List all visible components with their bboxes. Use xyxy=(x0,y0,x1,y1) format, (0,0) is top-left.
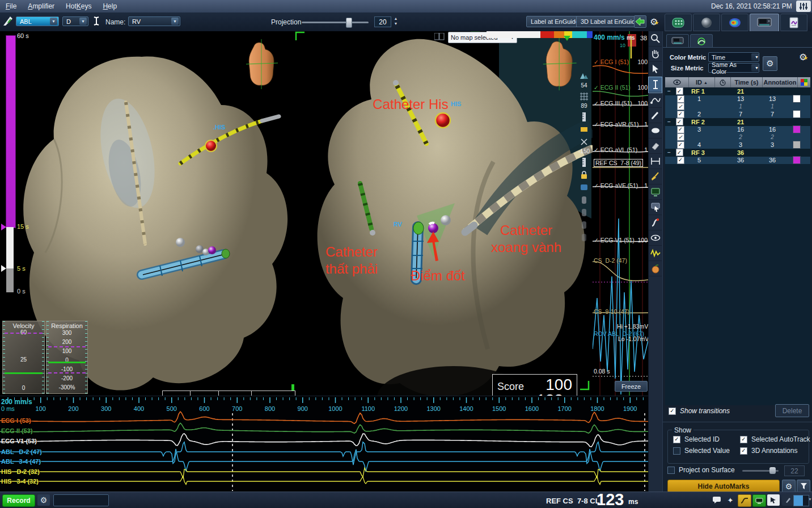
comment-icon[interactable] xyxy=(710,494,723,506)
lock-icon[interactable] xyxy=(578,169,590,181)
table-row[interactable]: ✓11 xyxy=(665,103,810,111)
ecg-trace-label[interactable]: ECG II (53) xyxy=(1,427,33,434)
span-icon[interactable] xyxy=(649,154,662,169)
panel-gear-star-icon[interactable]: ⚙★ xyxy=(799,52,807,62)
monitor-icon[interactable] xyxy=(649,184,662,200)
gear-star-icon[interactable]: ⚙★ xyxy=(650,16,658,27)
ruler-icon[interactable] xyxy=(578,156,590,169)
sliders-icon[interactable] xyxy=(796,1,811,12)
table-row[interactable]: ✓277 xyxy=(665,111,810,119)
ecg-trace-label[interactable]: HIS D-2 (32) xyxy=(1,468,40,475)
status-gear-icon[interactable]: ⚙ xyxy=(37,494,50,506)
torso-icon[interactable] xyxy=(578,206,590,219)
menu-item-amplifier[interactable]: Amplifier xyxy=(22,0,60,10)
map-viewport[interactable]: Catheter His Catheterthất phải Điểm đốt … xyxy=(0,31,648,396)
torso-icon[interactable] xyxy=(578,194,590,206)
ecg-trace-label[interactable]: ABL D-2 (47) xyxy=(1,448,42,455)
show-transitions-row[interactable]: ✓ Show transitions xyxy=(669,407,730,415)
curve-icon[interactable] xyxy=(649,93,662,108)
menu-item-file[interactable]: File xyxy=(0,0,22,10)
view-icon[interactable] xyxy=(578,181,590,194)
colorbar-marker-green[interactable] xyxy=(564,36,570,41)
ibeam-icon[interactable] xyxy=(649,77,662,93)
3d-label-at-enguide-button[interactable]: 3D Label at EnGuide xyxy=(576,16,643,27)
hand-icon[interactable] xyxy=(649,47,662,62)
waveform-icon[interactable] xyxy=(649,246,662,261)
selected-id-checkbox-row[interactable]: ✓Selected ID xyxy=(673,435,720,443)
pointer-icon[interactable] xyxy=(767,494,780,506)
realtime-ecg-strip[interactable]: 400 mm/s ms 38 10 ✓ ECG I (51)100✓ ECG I… xyxy=(593,31,648,396)
rt-trace-label[interactable]: ✓ ECG II (51) xyxy=(594,84,631,91)
monitor-tab[interactable] xyxy=(750,14,779,31)
cursor-icon[interactable] xyxy=(649,62,662,77)
rt-trace-label[interactable]: ✓ ECG aVF (51) xyxy=(594,182,638,189)
review-ecg-panel[interactable]: 1002003004005006007008009001000110012001… xyxy=(0,396,648,492)
name-select[interactable]: RV▼ xyxy=(128,16,180,26)
catheter-curve-icon[interactable] xyxy=(649,215,662,230)
torso-icon[interactable] xyxy=(578,219,590,231)
electrode-select[interactable]: D▼ xyxy=(62,16,88,26)
ecg-trace-label[interactable]: ECG I (53) xyxy=(1,417,31,424)
eye-icon[interactable] xyxy=(649,230,662,246)
ecg-trace-label[interactable]: ECG V1 (53) xyxy=(1,438,37,444)
menu-item-help[interactable]: Help xyxy=(97,0,122,10)
rt-trace-label[interactable]: ✓ ECG V1 (51) xyxy=(594,237,635,243)
color-map-tab[interactable] xyxy=(721,14,748,31)
ibeam-icon[interactable] xyxy=(92,16,100,28)
ellipse-icon[interactable] xyxy=(649,123,662,138)
table-row[interactable]: −✓RF 336 xyxy=(665,149,810,157)
table-row[interactable]: ✓11313 xyxy=(665,95,810,103)
size-metric-select[interactable]: Same As Color▼ xyxy=(708,63,759,73)
crosshair-icon[interactable]: ✦ xyxy=(724,494,737,506)
projection-slider-thumb[interactable] xyxy=(346,18,352,28)
catheter-green-tab[interactable] xyxy=(665,14,692,31)
automark-table-header[interactable]: ID▲ Time (s) Annotation xyxy=(665,77,810,87)
record-button[interactable]: Record xyxy=(2,494,35,507)
table-row[interactable]: ✓53636 xyxy=(665,157,810,165)
project-slider-thumb[interactable] xyxy=(769,467,776,474)
projection-slider-track[interactable] xyxy=(302,22,369,23)
projection-stepper[interactable]: ▲▼ xyxy=(392,16,399,27)
filter-button[interactable] xyxy=(797,480,810,493)
chevron-down-icon[interactable]: ▼ xyxy=(808,497,812,501)
status-progress-field[interactable] xyxy=(53,494,109,506)
ecg-trace-label[interactable]: HIS 3-4 (32) xyxy=(1,478,39,485)
peach-icon[interactable] xyxy=(649,261,662,276)
rt-trace-label[interactable]: ✓ ECG III (51) xyxy=(594,100,632,107)
mountain-icon[interactable] xyxy=(578,70,590,82)
show-transitions-checkbox[interactable]: ✓ xyxy=(669,408,676,415)
table-row[interactable]: −✓RF 121 xyxy=(665,87,810,95)
color-metric-select[interactable]: Time▼ xyxy=(708,52,759,62)
stylus-icon[interactable] xyxy=(782,494,794,506)
catheter-select[interactable]: ABL▼ xyxy=(16,16,59,26)
rt-trace-label[interactable]: CS 9-10 (47) xyxy=(594,308,629,315)
delete-button[interactable]: Delete xyxy=(775,404,809,417)
grid-icon[interactable] xyxy=(578,90,590,103)
rt-trace-label[interactable]: ✓ ECG aVR (51) xyxy=(594,121,638,128)
sphere-tab[interactable] xyxy=(693,14,720,31)
automark-table[interactable]: −✓RF 121✓11313✓11✓277−✓RF 221✓31616✓22✓4… xyxy=(665,87,810,405)
rt-trace-label[interactable]: CS D-2 (47) xyxy=(594,257,627,264)
time-color-scale[interactable] xyxy=(6,35,15,292)
tag-icon[interactable] xyxy=(578,123,590,136)
eraser-icon[interactable] xyxy=(649,138,662,154)
rt-trace-label[interactable]: ✓ ECG aVL (51) xyxy=(594,146,637,153)
hide-automarks-button[interactable]: Hide AutoMarks xyxy=(667,480,780,493)
monitor-pointer-icon[interactable] xyxy=(649,200,662,215)
selected-autotrack-checkbox-row[interactable]: ✓Selected AutoTrack xyxy=(740,435,810,443)
rt-trace-label[interactable]: REF CS 7-8 (49) xyxy=(594,159,643,167)
selected-value-checkbox-row[interactable]: Selected Value xyxy=(673,447,730,455)
menu-item-hotkeys[interactable]: HotKeys xyxy=(60,0,97,10)
3d-annotations-checkbox-row[interactable]: ✓3D Annotations xyxy=(740,447,797,455)
monitor-green-icon[interactable] xyxy=(752,494,766,507)
monitor-subtab[interactable] xyxy=(666,34,689,48)
snip-icon[interactable] xyxy=(578,136,590,148)
zoom-icon[interactable] xyxy=(649,31,662,47)
table-row[interactable]: ✓31616 xyxy=(665,126,810,134)
catheter-tool-icon[interactable] xyxy=(2,15,14,28)
project-on-surface-row[interactable]: Project on Surface xyxy=(667,466,735,474)
projection-value[interactable]: 20 xyxy=(374,16,391,27)
metric-gear-button[interactable]: ⚙ xyxy=(763,56,777,71)
document-tab[interactable] xyxy=(780,14,807,31)
automarks-gear-button[interactable]: ⚙ xyxy=(782,480,796,493)
